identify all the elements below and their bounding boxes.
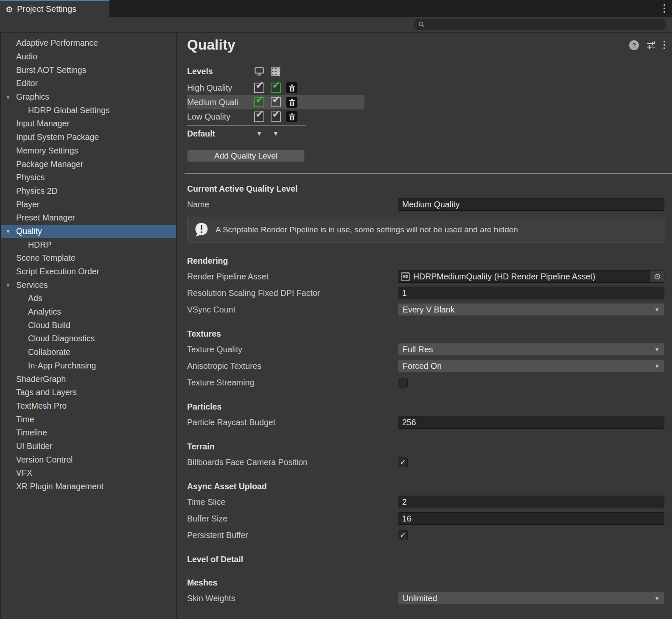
time-slice-input[interactable]: 2 xyxy=(398,496,664,508)
sidebar-item-player[interactable]: Player xyxy=(1,198,176,211)
panel-menu-kebab-icon[interactable] xyxy=(664,40,665,50)
sidebar-item-vfx[interactable]: VFX xyxy=(1,466,176,480)
window-menu-kebab-icon[interactable] xyxy=(664,4,665,13)
server-rack-icon xyxy=(271,66,281,77)
delete-quality-level-button[interactable] xyxy=(286,111,297,122)
sidebar-item-services[interactable]: ▼Services xyxy=(1,278,176,292)
sidebar-item-analytics[interactable]: Analytics xyxy=(1,305,176,319)
dropdown-value: Unlimited xyxy=(403,594,437,603)
sidebar-item-hdrp-global-settings[interactable]: HDRP Global Settings xyxy=(1,103,176,117)
foldout-triangle-icon[interactable]: ▼ xyxy=(5,228,11,234)
field-value: 16 xyxy=(402,514,412,524)
server-quality-checkbox[interactable]: ✔ xyxy=(271,97,281,107)
field-label: Resolution Scaling Fixed DPI Factor xyxy=(187,288,398,298)
search-box[interactable] xyxy=(414,19,666,30)
sidebar-item-label: HDRP xyxy=(28,240,51,250)
desktop-quality-checkbox[interactable]: ✔ xyxy=(254,112,264,122)
sidebar-item-label: Ads xyxy=(28,293,42,303)
render-pipeline-asset-object-field[interactable]: HDHDRPMediumQuality (HD Render Pipeline … xyxy=(398,270,664,283)
sidebar-item-label: Cloud Build xyxy=(28,321,70,330)
sidebar-item-label: Services xyxy=(16,280,48,290)
sidebar-item-memory-settings[interactable]: Memory Settings xyxy=(1,144,176,158)
sidebar-item-quality[interactable]: ▼Quality xyxy=(1,225,176,238)
sidebar-item-input-manager[interactable]: Input Manager xyxy=(1,117,176,131)
sidebar-item-scene-template[interactable]: Scene Template xyxy=(1,251,176,265)
sidebar-item-textmesh-pro[interactable]: TextMesh Pro xyxy=(1,399,176,413)
resolution-scaling-fixed-dpi-factor-input[interactable]: 1 xyxy=(398,287,664,299)
settings-sidebar: Adaptive PerformanceAudioBurst AOT Setti… xyxy=(0,33,177,619)
sidebar-item-hdrp[interactable]: HDRP xyxy=(1,238,176,251)
sidebar-item-adaptive-performance[interactable]: Adaptive Performance xyxy=(1,36,176,50)
field-label: Buffer Size xyxy=(187,514,398,524)
sidebar-item-preset-manager[interactable]: Preset Manager xyxy=(1,211,176,225)
trash-icon xyxy=(289,113,295,120)
sidebar-item-label: TextMesh Pro xyxy=(16,401,67,411)
foldout-triangle-icon[interactable]: ▼ xyxy=(5,282,11,288)
form-row-render-pipeline-asset: Render Pipeline AssetHDHDRPMediumQuality… xyxy=(187,270,665,283)
quality-level-row-medium-quali[interactable]: Medium Quali✔✔ xyxy=(187,95,364,109)
sidebar-item-in-app-purchasing[interactable]: In-App Purchasing xyxy=(1,359,176,373)
sidebar-item-package-manager[interactable]: Package Manager xyxy=(1,157,176,171)
buffer-size-input[interactable]: 16 xyxy=(398,512,664,525)
particle-raycast-budget-input[interactable]: 256 xyxy=(398,416,664,429)
form-row-name: NameMedium Quality xyxy=(187,198,665,211)
sidebar-item-version-control[interactable]: Version Control xyxy=(1,453,176,466)
default-desktop-dropdown-caret-icon[interactable]: ▼ xyxy=(254,130,264,137)
sidebar-item-collaborate[interactable]: Collaborate xyxy=(1,346,176,359)
sidebar-item-label: Cloud Diagnostics xyxy=(28,334,95,343)
sidebar-item-xr-plugin-management[interactable]: XR Plugin Management xyxy=(1,480,176,494)
quality-panel: Quality ? Levels xyxy=(177,33,672,619)
gear-icon: ⚙ xyxy=(6,5,13,14)
quality-level-row-high-quality[interactable]: High Quality✔✔ xyxy=(187,81,364,95)
delete-quality-level-button[interactable] xyxy=(286,82,297,93)
desktop-quality-checkbox[interactable]: ✔ xyxy=(254,97,264,107)
billboards-face-camera-position-checkbox[interactable]: ✓ xyxy=(398,457,408,467)
sidebar-item-cloud-diagnostics[interactable]: Cloud Diagnostics xyxy=(1,332,176,346)
window-tab-bar: ⚙ Project Settings xyxy=(0,0,672,17)
object-picker-icon[interactable] xyxy=(650,270,664,282)
sidebar-item-editor[interactable]: Editor xyxy=(1,77,176,90)
search-icon xyxy=(418,21,425,28)
persistent-buffer-checkbox[interactable]: ✓ xyxy=(398,530,408,540)
presets-icon[interactable] xyxy=(646,40,656,50)
sidebar-item-input-system-package[interactable]: Input System Package xyxy=(1,131,176,144)
form-row-skin-weights: Skin WeightsUnlimited▼ xyxy=(187,592,665,605)
sidebar-item-ui-builder[interactable]: UI Builder xyxy=(1,440,176,453)
foldout-triangle-icon[interactable]: ▼ xyxy=(5,93,11,100)
sidebar-item-tags-and-layers[interactable]: Tags and Layers xyxy=(1,386,176,399)
sidebar-item-burst-aot-settings[interactable]: Burst AOT Settings xyxy=(1,63,176,77)
server-quality-checkbox[interactable]: ✔ xyxy=(271,83,281,93)
anisotropic-textures-dropdown[interactable]: Forced On▼ xyxy=(398,360,664,372)
search-input[interactable] xyxy=(428,20,666,29)
dropdown-value: Every V Blank xyxy=(403,305,454,315)
field-label: Particle Raycast Budget xyxy=(187,418,398,427)
sidebar-item-label: HDRP Global Settings xyxy=(28,106,110,115)
section-header-level-of-detail: Level of Detail xyxy=(187,554,665,565)
help-icon[interactable]: ? xyxy=(629,40,639,50)
dropdown-value: Forced On xyxy=(403,361,442,371)
sidebar-item-physics-2d[interactable]: Physics 2D xyxy=(1,184,176,198)
tab-project-settings[interactable]: ⚙ Project Settings xyxy=(0,0,109,17)
sidebar-item-label: Quality xyxy=(16,226,42,236)
texture-quality-dropdown[interactable]: Full Res▼ xyxy=(398,343,664,356)
skin-weights-dropdown[interactable]: Unlimited▼ xyxy=(398,592,664,605)
desktop-quality-checkbox[interactable]: ✔ xyxy=(254,83,264,93)
sidebar-item-physics[interactable]: Physics xyxy=(1,171,176,184)
name-input[interactable]: Medium Quality xyxy=(398,198,664,211)
sidebar-item-graphics[interactable]: ▼Graphics xyxy=(1,90,176,104)
quality-level-row-low-quality[interactable]: Low Quality✔✔ xyxy=(187,109,364,124)
add-quality-level-button[interactable]: Add Quality Level xyxy=(187,150,305,162)
sidebar-item-timeline[interactable]: Timeline xyxy=(1,426,176,440)
vsync-count-dropdown[interactable]: Every V Blank▼ xyxy=(398,303,664,316)
sidebar-item-label: Preset Manager xyxy=(16,213,75,223)
delete-quality-level-button[interactable] xyxy=(286,97,297,108)
sidebar-item-cloud-build[interactable]: Cloud Build xyxy=(1,318,176,332)
server-quality-checkbox[interactable]: ✔ xyxy=(271,112,281,122)
default-server-dropdown-caret-icon[interactable]: ▼ xyxy=(271,130,281,137)
texture-streaming-checkbox[interactable] xyxy=(398,378,408,388)
sidebar-item-ads[interactable]: Ads xyxy=(1,292,176,305)
sidebar-item-audio[interactable]: Audio xyxy=(1,50,176,64)
sidebar-item-shadergraph[interactable]: ShaderGraph xyxy=(1,372,176,386)
sidebar-item-script-execution-order[interactable]: Script Execution Order xyxy=(1,265,176,279)
sidebar-item-time[interactable]: Time xyxy=(1,413,176,426)
